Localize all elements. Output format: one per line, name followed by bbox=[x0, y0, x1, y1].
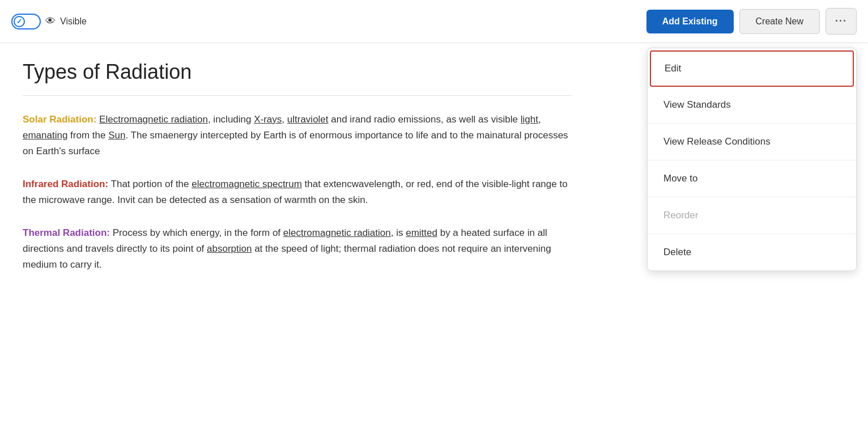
create-new-button[interactable]: Create New bbox=[739, 9, 820, 34]
toolbar-right: Add Existing Create New ··· Edit View St… bbox=[646, 8, 857, 35]
dropdown-item-view-standards[interactable]: View Standards bbox=[648, 87, 856, 124]
add-existing-button[interactable]: Add Existing bbox=[646, 10, 734, 33]
electromagnetic-spectrum-link[interactable]: electromagnetic spectrum bbox=[192, 179, 302, 189]
dropdown-item-edit[interactable]: Edit bbox=[650, 50, 854, 87]
xrays-link[interactable]: X-rays bbox=[254, 114, 282, 125]
page-title: Types of Radiation bbox=[23, 60, 572, 84]
toggle-knob: ✓ bbox=[14, 16, 25, 27]
dropdown-item-delete[interactable]: Delete bbox=[648, 234, 856, 270]
electromagnetic-radiation-link[interactable]: Electromagnetic radiation bbox=[99, 114, 208, 125]
toolbar: ✓ 👁 Visible Add Existing Create New ··· … bbox=[0, 0, 868, 43]
checkmark-icon: ✓ bbox=[16, 18, 22, 26]
dropdown-item-view-release-conditions[interactable]: View Release Conditions bbox=[648, 124, 856, 160]
ultraviolet-link[interactable]: ultraviolet bbox=[287, 114, 329, 125]
emitted-link[interactable]: emitted bbox=[406, 227, 437, 238]
light-link[interactable]: light bbox=[521, 114, 538, 125]
solar-radiation-section: Solar Radiation: Electromagnetic radiati… bbox=[23, 112, 572, 159]
visible-toggle[interactable]: ✓ bbox=[11, 14, 41, 29]
electromagnetic-radiation-link2[interactable]: electromagnetic radiation bbox=[283, 227, 391, 238]
sun-link[interactable]: Sun bbox=[108, 130, 125, 141]
eye-icon: 👁 bbox=[45, 15, 56, 27]
absorption-link[interactable]: absorption bbox=[207, 243, 252, 254]
more-options-button[interactable]: ··· bbox=[826, 8, 857, 35]
infrared-radiation-section: Infrared Radiation: That portion of the … bbox=[23, 176, 572, 208]
dropdown-item-reorder: Reorder bbox=[648, 197, 856, 234]
dropdown-item-move-to[interactable]: Move to bbox=[648, 160, 856, 197]
solar-radiation-text: Electromagnetic radiation, including X-r… bbox=[23, 114, 568, 156]
thermal-radiation-section: Thermal Radiation: Process by which ener… bbox=[23, 225, 572, 273]
toggle-wrapper: ✓ 👁 Visible bbox=[11, 14, 87, 29]
visible-label: Visible bbox=[60, 16, 87, 27]
main-content: Types of Radiation Solar Radiation: Elec… bbox=[0, 43, 595, 312]
thermal-radiation-label: Thermal Radiation: bbox=[23, 227, 110, 238]
context-dropdown-menu: Edit View Standards View Release Conditi… bbox=[647, 48, 857, 271]
emanating-link[interactable]: emanating bbox=[23, 130, 67, 141]
infrared-radiation-label: Infrared Radiation: bbox=[23, 179, 108, 189]
toolbar-left: ✓ 👁 Visible bbox=[11, 14, 87, 29]
solar-radiation-label: Solar Radiation: bbox=[23, 114, 96, 125]
divider bbox=[23, 95, 572, 96]
